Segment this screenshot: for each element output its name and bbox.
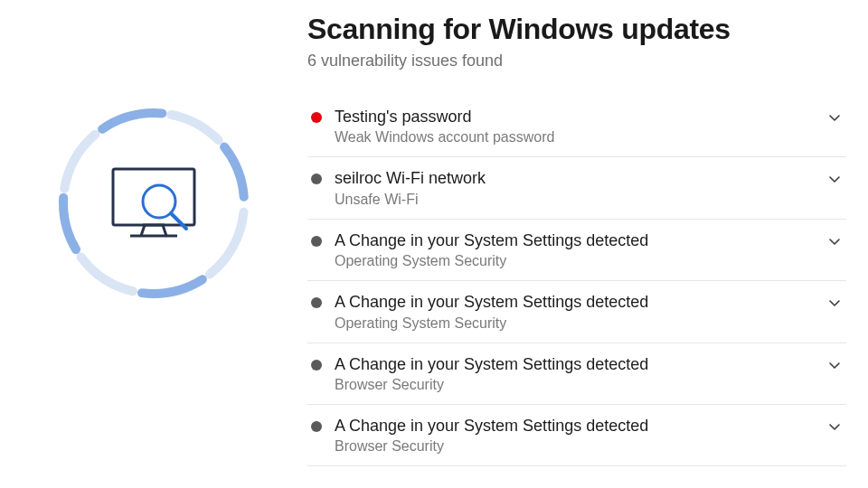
severity-dot-icon: [311, 360, 322, 371]
issue-title: A Change in your System Settings detecte…: [335, 230, 817, 251]
issue-title: Testing's password: [335, 107, 817, 127]
issue-row[interactable]: A Change in your System Settings detecte…: [307, 281, 846, 343]
issue-title: seilroc Wi-Fi network: [335, 168, 817, 189]
main-content: Scanning for Windows updates 6 vulnerabi…: [307, 0, 868, 488]
page-subtitle: 6 vulnerability issues found: [307, 52, 846, 70]
issue-text: Testing's passwordWeak Windows account p…: [335, 107, 817, 145]
issue-description: Browser Security: [335, 377, 817, 393]
page-title: Scanning for Windows updates: [307, 13, 846, 46]
severity-dot-icon: [311, 174, 322, 184]
issue-title: A Change in your System Settings detecte…: [335, 416, 817, 436]
scan-graphic-pane: [0, 0, 307, 488]
issue-text: A Change in your System Settings detecte…: [335, 292, 817, 331]
issue-text: A Change in your System Settings detecte…: [335, 416, 817, 455]
severity-dot-icon: [311, 236, 322, 247]
chevron-down-icon: [828, 112, 841, 125]
issue-row[interactable]: Testing's passwordWeak Windows account p…: [307, 96, 846, 157]
severity-dot-icon: [311, 112, 322, 123]
issue-row[interactable]: A Change in your System Settings detecte…: [307, 220, 846, 281]
issue-description: Unsafe Wi-Fi: [335, 192, 817, 208]
issue-text: seilroc Wi-Fi networkUnsafe Wi-Fi: [335, 168, 817, 207]
issue-description: Browser Security: [335, 438, 817, 455]
chevron-down-icon: [828, 236, 841, 249]
scan-view: Scanning for Windows updates 6 vulnerabi…: [0, 0, 868, 488]
issue-title: A Change in your System Settings detecte…: [335, 292, 817, 313]
issue-row[interactable]: seilroc Wi-Fi networkUnsafe Wi-Fi: [307, 157, 846, 219]
chevron-down-icon: [828, 421, 841, 434]
chevron-down-icon: [828, 297, 841, 310]
issue-row[interactable]: A Change in your System Settings detecte…: [307, 405, 846, 466]
issue-description: Operating System Security: [335, 253, 817, 269]
severity-dot-icon: [311, 421, 322, 432]
monitor-scan-icon: [50, 99, 258, 307]
issues-list: Testing's passwordWeak Windows account p…: [307, 96, 846, 466]
issue-text: A Change in your System Settings detecte…: [335, 230, 817, 269]
issue-text: A Change in your System Settings detecte…: [335, 354, 817, 393]
chevron-down-icon: [828, 360, 841, 372]
issue-description: Operating System Security: [335, 315, 817, 332]
chevron-down-icon: [828, 174, 841, 186]
severity-dot-icon: [311, 297, 322, 308]
issue-description: Weak Windows account password: [335, 129, 817, 145]
issue-title: A Change in your System Settings detecte…: [335, 354, 817, 375]
issue-row[interactable]: A Change in your System Settings detecte…: [307, 343, 846, 405]
